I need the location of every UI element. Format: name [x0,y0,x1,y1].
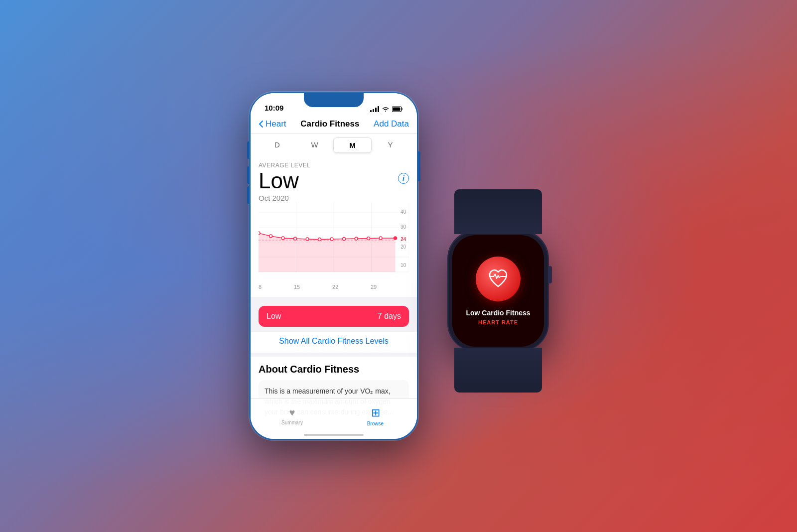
avg-info-row: Low Oct 2020 i [259,170,409,202]
x-label-22: 22 [332,284,338,290]
browse-icon: ⊞ [371,406,380,419]
wifi-icon [382,106,390,112]
iphone-screen: 10:09 [251,93,417,439]
back-button[interactable]: Heart [259,119,286,129]
low-badge[interactable]: Low 7 days [259,306,409,327]
home-indicator [304,434,364,436]
navigation-bar: Heart Cardio Fitness Add Data [251,115,417,133]
add-data-button[interactable]: Add Data [374,119,409,129]
tab-M[interactable]: M [333,137,372,153]
svg-point-17 [259,232,260,235]
svg-point-28 [394,237,397,240]
svg-text:24: 24 [400,237,406,242]
apple-watch: Low Cardio Fitness HEART RATE [448,189,548,393]
svg-point-22 [318,238,321,241]
section-divider-1 [251,297,417,301]
avg-label: AVERAGE LEVEL [259,162,409,169]
summary-icon: ♥ [289,407,295,418]
badge-days: 7 days [378,312,401,321]
x-label-15: 15 [294,284,300,290]
svg-point-26 [367,237,370,240]
watch-frame: Low Cardio Fitness HEART RATE [448,231,548,351]
stats-section: AVERAGE LEVEL Low Oct 2020 i [251,157,417,202]
svg-point-24 [343,238,346,241]
svg-point-18 [269,235,272,238]
svg-text:10: 10 [400,263,406,268]
cardio-chart: 40 30 24 20 10 [259,202,409,282]
x-label-29: 29 [371,284,377,290]
heart-svg [486,266,511,291]
status-bar: 10:09 [251,93,417,115]
chart-x-labels: 8 15 22 29 [259,284,409,292]
signal-icon [370,106,379,112]
notch [304,93,364,107]
status-icons [370,106,403,112]
svg-point-21 [306,238,309,241]
show-all-section: Show All Cardio Fitness Levels [251,332,417,353]
tab-browse-label: Browse [367,421,384,426]
svg-text:20: 20 [400,244,406,250]
svg-point-19 [281,237,284,240]
iphone-frame: 10:09 [249,92,418,440]
svg-text:40: 40 [400,209,406,215]
tab-summary-label: Summary [281,420,303,425]
show-all-link[interactable]: Show All Cardio Fitness Levels [279,337,389,345]
watch-band-top [454,189,542,234]
svg-text:30: 30 [400,224,406,230]
watch-heart-icon [476,257,521,301]
page-title: Cardio Fitness [300,119,359,129]
x-label-8: 8 [259,284,262,290]
tab-bar: ♥ Summary ⊞ Browse [251,398,417,439]
svg-point-27 [379,237,382,240]
tab-D[interactable]: D [259,137,296,153]
battery-icon [392,106,403,112]
watch-screen: Low Cardio Fitness HEART RATE [452,235,544,347]
tab-W[interactable]: W [296,137,333,153]
svg-point-25 [355,237,358,240]
watch-notification-title: Low Cardio Fitness [466,308,530,317]
status-time: 10:09 [265,104,283,112]
period-tabs: D W M Y [251,133,417,157]
chart-container: 40 30 24 20 10 [251,202,417,297]
about-title: About Cardio Fitness [259,364,409,375]
iphone-device: 10:09 [249,92,418,440]
watch-notification-subtitle: HEART RATE [478,319,518,325]
tab-Y[interactable]: Y [372,137,409,153]
svg-point-23 [330,238,333,241]
badge-label: Low [266,312,281,321]
back-label: Heart [266,119,286,129]
avg-date: Oct 2020 [259,194,299,202]
watch-band-bottom [454,348,542,393]
avg-value: Low [259,170,299,192]
tab-summary[interactable]: ♥ Summary [251,399,334,430]
svg-rect-1 [393,108,400,111]
svg-point-20 [294,237,297,240]
tab-browse[interactable]: ⊞ Browse [334,399,417,430]
avg-value-group: Low Oct 2020 [259,170,299,202]
info-button[interactable]: i [398,173,409,184]
